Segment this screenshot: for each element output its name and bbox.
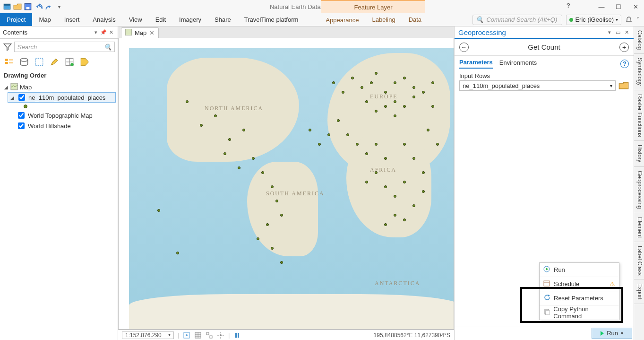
tab-labeling[interactable]: Labeling [365, 13, 402, 26]
map-point [384, 185, 387, 188]
tab-view[interactable]: View [122, 13, 149, 26]
svg-rect-9 [35, 58, 43, 65]
list-by-source-icon[interactable] [19, 57, 29, 67]
tab-insert[interactable]: Insert [58, 13, 86, 26]
map-view-tab[interactable]: Map ✕ [121, 27, 159, 38]
list-by-snapping-icon[interactable] [64, 57, 75, 67]
tab-imagery[interactable]: Imagery [172, 13, 208, 26]
side-tab-geoprocessing[interactable]: Geoprocessing [634, 167, 644, 213]
correction-icon[interactable] [217, 331, 224, 339]
menu-schedule[interactable]: Schedule ⚠ [540, 277, 619, 291]
tab-map[interactable]: Map [32, 13, 57, 26]
tree-map-root[interactable]: ◢ Map [2, 82, 116, 92]
svg-marker-4 [36, 5, 39, 9]
notifications-icon[interactable] [625, 16, 633, 24]
map-point [318, 143, 321, 146]
side-tab-history[interactable]: History [634, 141, 644, 166]
list-by-toolbar [0, 55, 118, 70]
svg-marker-27 [548, 295, 550, 296]
panel-pin-icon[interactable]: 📌 [100, 29, 107, 36]
map-point [351, 77, 354, 79]
contents-search-input[interactable]: Search 🔍 [14, 42, 115, 52]
map-point [375, 143, 378, 146]
tab-project[interactable]: Project [0, 13, 32, 26]
status-bar: 1:152.876.290 ▾ | | 195,8488562°E 11,627… [118, 330, 454, 340]
menu-reset[interactable]: Reset Parameters [540, 291, 619, 305]
tab-data[interactable]: Data [402, 13, 428, 26]
constraints-icon[interactable] [206, 331, 213, 339]
run-button[interactable]: Run ▾ [592, 328, 632, 339]
list-by-editing-icon[interactable] [49, 57, 60, 67]
layer-visibility-checkbox[interactable] [18, 122, 25, 129]
browse-button[interactable] [618, 80, 629, 91]
menu-run[interactable]: Run [540, 263, 619, 277]
close-tab-icon[interactable]: ✕ [149, 29, 155, 36]
save-icon[interactable] [24, 2, 32, 11]
coordinates: 195,8488562°E 11,6273904°S [374, 332, 450, 339]
panel-close-icon[interactable]: ✕ [107, 29, 115, 36]
minimize-button[interactable]: — [593, 0, 610, 13]
panel-close-icon[interactable]: ✕ [623, 29, 630, 35]
panel-autohide-icon[interactable]: ▭ [615, 29, 621, 35]
side-tab-catalog[interactable]: Catalog [634, 26, 644, 54]
list-by-drawing-order-icon[interactable] [4, 57, 14, 67]
undo-icon[interactable] [34, 2, 43, 11]
map-tab-label: Map [135, 29, 146, 36]
side-tab-symbology[interactable]: Symbology [634, 54, 644, 90]
ribbon-collapse-icon[interactable]: ˅ [636, 17, 639, 23]
layer-topographic[interactable]: World Topographic Map [8, 110, 116, 121]
tab-appearance[interactable]: Appearance [319, 13, 365, 26]
input-rows-field[interactable]: ne_110m_populated_places ▾ [459, 80, 616, 91]
back-button[interactable]: ← [459, 43, 469, 52]
panel-options-icon[interactable]: ▾ [606, 29, 613, 35]
user-menu[interactable]: Eric (iGeolise) ▾ [566, 15, 621, 25]
panel-options-icon[interactable]: ▾ [92, 29, 100, 36]
list-by-labeling-icon[interactable] [79, 57, 90, 67]
close-button[interactable]: ✕ [627, 0, 644, 13]
side-tab-raster[interactable]: Raster Functions [634, 90, 644, 141]
quick-access-toolbar: ▾ [0, 2, 63, 11]
tab-edit[interactable]: Edit [149, 13, 172, 26]
gp-header: Geoprocessing ▾ ▭ ✕ [455, 26, 634, 39]
side-tab-element[interactable]: Element [634, 213, 644, 242]
scale-input[interactable]: 1:152.876.290 ▾ [122, 331, 174, 339]
tab-traveltime[interactable]: TravelTime platform [238, 13, 305, 26]
side-tab-labelclass[interactable]: Label Class [634, 242, 644, 280]
gp-tab-parameters[interactable]: Parameters [459, 59, 493, 69]
map-frame-icon [10, 83, 18, 92]
side-tab-export[interactable]: Export [634, 279, 644, 304]
map-view[interactable]: NORTH AMERICA SOUTH AMERICA EUROPE AFRIC… [118, 38, 454, 330]
map-point [394, 81, 396, 84]
tab-analysis[interactable]: Analysis [86, 13, 122, 26]
add-to-favorites-button[interactable]: + [619, 43, 629, 52]
search-icon: 🔍 [476, 16, 483, 23]
menu-copy-python[interactable]: Copy Python Command [540, 305, 619, 320]
pause-draw-icon[interactable] [233, 331, 241, 339]
maximize-button[interactable]: ☐ [610, 0, 627, 13]
menu-schedule-label: Schedule [554, 280, 579, 288]
grid-icon[interactable] [194, 331, 202, 339]
collapse-icon[interactable]: ◢ [4, 85, 9, 90]
tab-share[interactable]: Share [208, 13, 238, 26]
open-project-icon[interactable] [13, 2, 22, 11]
redo-icon[interactable] [44, 2, 53, 11]
map-point [356, 143, 359, 146]
layer-populated-places[interactable]: ◢ ne_110m_populated_places [8, 92, 116, 103]
svg-rect-22 [238, 333, 239, 338]
collapse-icon[interactable]: ◢ [10, 95, 15, 100]
new-project-icon[interactable] [3, 2, 11, 11]
layer-hillshade[interactable]: World Hillshade [8, 121, 116, 131]
snap-icon[interactable] [183, 331, 190, 339]
map-point [271, 185, 274, 188]
gp-tab-environments[interactable]: Environments [499, 59, 537, 68]
filter-icon[interactable] [3, 42, 12, 52]
list-by-selection-icon[interactable] [34, 57, 44, 67]
tool-help-icon[interactable]: ? [620, 60, 629, 68]
command-search-input[interactable]: 🔍 Command Search (Alt+Q) [472, 15, 562, 25]
layer-visibility-checkbox[interactable] [18, 94, 25, 101]
help-icon[interactable]: ? [567, 2, 570, 9]
map-point [375, 72, 378, 75]
map-point [342, 91, 344, 94]
qat-dropdown-icon[interactable]: ▾ [55, 2, 63, 11]
layer-visibility-checkbox[interactable] [18, 112, 25, 119]
